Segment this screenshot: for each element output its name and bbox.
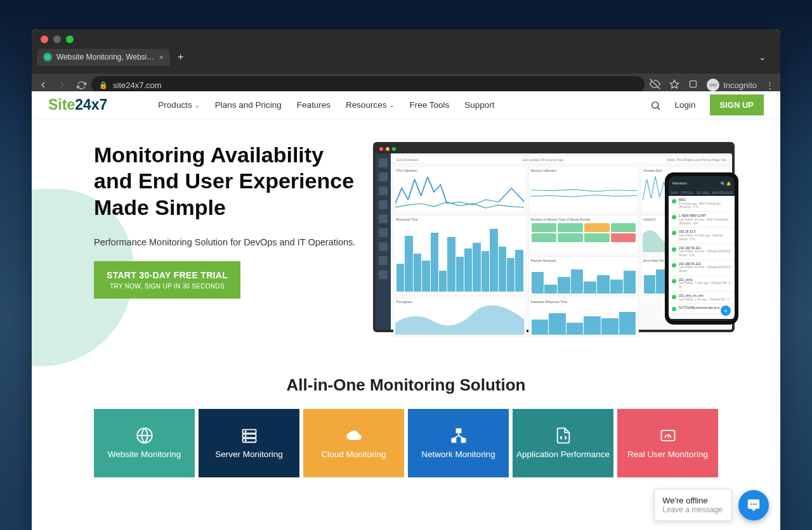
dashboard-screenshot: Edit Dashboard Last updated 45 seconds a…: [373, 142, 735, 332]
eye-off-icon[interactable]: [650, 79, 660, 91]
gauge-icon: [658, 427, 678, 444]
svg-rect-13: [452, 438, 455, 442]
mock-toolbar: Edit Dashboard Last updated 45 seconds a…: [393, 155, 730, 164]
svg-rect-18: [661, 430, 674, 440]
tab-bar: Website Monitoring, Website M × + ⌄: [32, 47, 780, 67]
nav-features[interactable]: Features: [297, 100, 331, 110]
chart-response-time: Response Time: [393, 215, 527, 295]
chat-widget: We're offline Leave a message: [654, 489, 769, 521]
incognito-label: Incognito: [723, 81, 757, 90]
tab-title: Website Monitoring, Website M: [56, 53, 154, 61]
svg-line-3: [658, 107, 660, 109]
hero-subtitle: Performance Monitoring Solution for DevO…: [94, 237, 367, 247]
signup-button[interactable]: SIGN UP: [710, 94, 764, 115]
logo-part1: Site: [48, 96, 75, 113]
logo[interactable]: Site24x7: [48, 96, 107, 113]
solution-cards: Website Monitoring Server Monitoring Clo…: [57, 409, 755, 477]
cta-button[interactable]: START 30-DAY FREE TRIAL TRY NOW, SIGN UP…: [94, 261, 240, 299]
favicon-icon: [43, 53, 52, 61]
chat-status-box[interactable]: We're offline Leave a message: [654, 489, 732, 521]
login-link[interactable]: Login: [674, 100, 695, 110]
chart-monitor-type: Monitors in Monitor Type of Server Monit…: [528, 215, 639, 254]
minimize-window-icon[interactable]: [53, 36, 61, 43]
chevron-down-icon: ⌄: [195, 102, 200, 108]
menu-icon[interactable]: ⋮: [766, 81, 774, 90]
browser-tab[interactable]: Website Monitoring, Website M ×: [37, 49, 170, 66]
solutions-section: All-in-One Monitoring Solution Website M…: [32, 345, 780, 477]
svg-point-10: [245, 435, 246, 436]
logo-part2: 24x7: [75, 96, 107, 113]
card-application-performance[interactable]: Application Performance: [513, 409, 613, 477]
cta-main-text: START 30-DAY FREE TRIAL: [107, 270, 228, 280]
page-content: Site24x7 Products⌄ Plans and Pricing Fea…: [32, 91, 780, 530]
star-icon[interactable]: [669, 79, 679, 91]
nav-products[interactable]: Products⌄: [158, 100, 199, 110]
chart-db-response: Database Response Time: [528, 297, 639, 337]
phone-screenshot: Monitors 🔍 🔔 DWNCRITICALTROUBLEMAINTENAN…: [665, 172, 738, 325]
nav-resources[interactable]: Resources⌄: [346, 100, 395, 110]
incognito-badge[interactable]: 👓 Incognito: [707, 79, 757, 91]
forward-button[interactable]: [57, 80, 67, 90]
incognito-icon: 👓: [707, 79, 719, 91]
chat-line1: We're offline: [662, 496, 723, 505]
nav-links: Products⌄ Plans and Pricing Features Res…: [158, 100, 494, 110]
close-tab-icon[interactable]: ×: [159, 53, 164, 62]
cloud-icon: [344, 427, 363, 444]
card-cloud-monitoring[interactable]: Cloud Monitoring: [303, 409, 404, 477]
globe-icon: [135, 427, 154, 444]
svg-point-2: [652, 101, 658, 108]
phone-header-title: Monitors: [672, 181, 687, 185]
search-icon[interactable]: [650, 100, 660, 110]
svg-marker-0: [671, 80, 679, 88]
server-icon: [240, 427, 259, 444]
nav-support[interactable]: Support: [464, 100, 494, 110]
network-icon: [449, 427, 468, 444]
chat-icon: [747, 498, 761, 512]
fab-button: +: [721, 306, 731, 316]
svg-rect-14: [461, 438, 465, 442]
new-tab-button[interactable]: +: [170, 51, 191, 63]
svg-rect-1: [690, 81, 697, 87]
card-network-monitoring[interactable]: Network Monitoring: [408, 409, 509, 477]
svg-point-20: [750, 503, 752, 504]
url-text: site24x7.com: [113, 81, 162, 90]
file-code-icon: [554, 427, 573, 444]
site-nav: Site24x7 Products⌄ Plans and Pricing Fea…: [32, 91, 780, 119]
svg-point-21: [753, 503, 754, 504]
lock-icon: 🔒: [99, 81, 108, 89]
card-website-monitoring[interactable]: Website Monitoring: [94, 409, 195, 477]
chat-line2: Leave a message: [662, 505, 723, 514]
chart-packets-received: Packets Received: [528, 256, 639, 295]
phone-tabs: DWNCRITICALTROUBLEMAINTENANCEUP: [669, 190, 735, 196]
close-window-icon[interactable]: [41, 36, 48, 43]
chart-memory: Memory Utilization: [528, 166, 639, 213]
tabs-dropdown-icon[interactable]: ⌄: [759, 52, 775, 62]
cta-sub-text: TRY NOW, SIGN UP IN 30 SECONDS: [107, 283, 228, 290]
card-server-monitoring[interactable]: Server Monitoring: [199, 409, 299, 477]
window-controls: [32, 29, 780, 47]
extensions-icon[interactable]: [688, 79, 698, 91]
maximize-window-icon[interactable]: [66, 36, 74, 43]
mock-sidebar: [376, 153, 391, 330]
back-button[interactable]: [38, 80, 48, 90]
chevron-down-icon: ⌄: [390, 102, 395, 108]
hero-title: Monitoring Availability and End User Exp…: [94, 142, 367, 221]
svg-point-9: [245, 430, 246, 431]
card-real-user-monitoring[interactable]: Real User Monitoring: [617, 409, 718, 477]
nav-plans[interactable]: Plans and Pricing: [215, 100, 282, 110]
nav-freetools[interactable]: Free Tools: [410, 100, 450, 110]
chart-throughput: Throughput: [393, 297, 527, 337]
svg-point-11: [245, 439, 246, 440]
hero-section: Monitoring Availability and End User Exp…: [32, 119, 780, 345]
svg-point-22: [755, 503, 756, 504]
solutions-title: All-in-One Monitoring Solution: [57, 375, 755, 395]
reload-button[interactable]: [76, 80, 86, 90]
chart-cpu: CPU Utilization: [393, 166, 527, 213]
svg-rect-12: [456, 429, 461, 432]
browser-window: Website Monitoring, Website M × + ⌄ 🔒 si…: [32, 29, 780, 530]
chat-bubble-button[interactable]: [738, 490, 769, 520]
browser-chrome: Website Monitoring, Website M × + ⌄: [32, 29, 780, 74]
phone-list: 80613 minutes ago · Web Transaction (Bro…: [669, 196, 735, 319]
phone-header-icons: 🔍 🔔: [721, 181, 731, 186]
